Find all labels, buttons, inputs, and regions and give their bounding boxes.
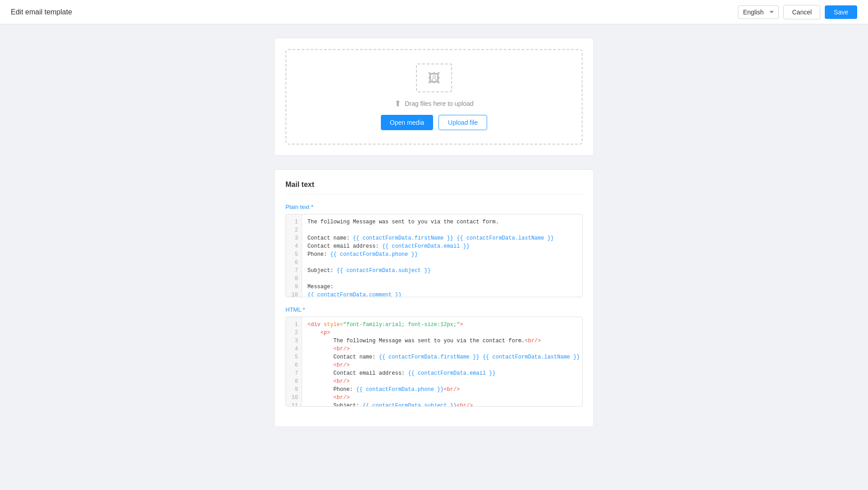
cancel-button[interactable]: Cancel bbox=[783, 5, 820, 19]
upload-file-button[interactable]: Upload file bbox=[439, 115, 487, 130]
upload-preview: 🖼 bbox=[416, 64, 452, 92]
html-editor-content[interactable]: <div style="font-family:arial; font-size… bbox=[302, 317, 583, 407]
upload-dropzone[interactable]: 🖼 ⬆ Drag files here to upload Open media… bbox=[285, 49, 583, 145]
header-actions: English German French Spanish Cancel Sav… bbox=[738, 5, 857, 19]
image-placeholder-icon: 🖼 bbox=[428, 71, 440, 86]
html-editor[interactable]: 1 2 3 4 5 6 7 8 9 10 11 12 13 14 15 16 bbox=[285, 317, 583, 407]
main-content: 🖼 ⬆ Drag files here to upload Open media… bbox=[0, 24, 868, 454]
upload-cloud-icon: ⬆ bbox=[394, 99, 401, 109]
plain-text-editor[interactable]: 1 2 3 4 5 6 7 8 9 10 11 The following Me… bbox=[285, 214, 583, 297]
mail-section-title: Mail text bbox=[285, 181, 583, 195]
html-line-numbers: 1 2 3 4 5 6 7 8 9 10 11 12 13 14 15 16 bbox=[286, 317, 302, 407]
save-button[interactable]: Save bbox=[825, 5, 857, 19]
drag-hint-text: Drag files here to upload bbox=[405, 100, 474, 107]
plain-text-line-numbers: 1 2 3 4 5 6 7 8 9 10 11 bbox=[286, 214, 302, 297]
plain-text-label: Plain text * bbox=[285, 204, 583, 210]
html-label: HTML * bbox=[285, 306, 583, 313]
app-header: Edit email template English German Frenc… bbox=[0, 0, 868, 24]
upload-hint: ⬆ Drag files here to upload bbox=[394, 99, 474, 109]
open-media-button[interactable]: Open media bbox=[381, 115, 433, 130]
upload-buttons: Open media Upload file bbox=[381, 115, 487, 130]
language-selector[interactable]: English German French Spanish bbox=[738, 5, 779, 19]
page-title: Edit email template bbox=[11, 8, 72, 16]
plain-text-content[interactable]: The following Message was sent to you vi… bbox=[302, 214, 582, 297]
upload-card: 🖼 ⬆ Drag files here to upload Open media… bbox=[274, 38, 594, 156]
mail-text-card: Mail text Plain text * 1 2 3 4 5 6 7 8 9… bbox=[274, 169, 594, 427]
